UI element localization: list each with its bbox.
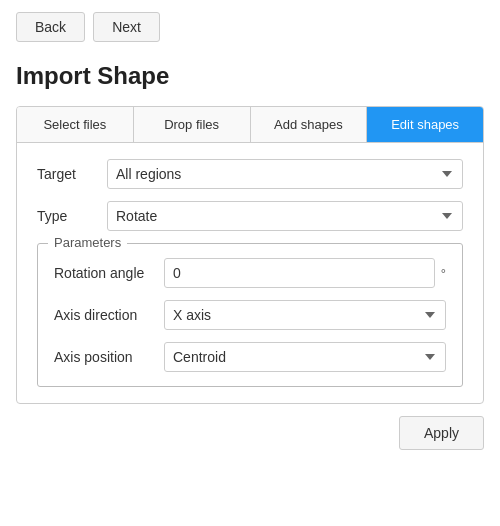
apply-row: Apply (0, 404, 500, 466)
parameters-legend: Parameters (48, 235, 127, 250)
tab-add-shapes[interactable]: Add shapes (251, 107, 368, 142)
tabs-row: Select files Drop files Add shapes Edit … (17, 107, 483, 143)
parameters-group: Parameters Rotation angle ° Axis directi… (37, 243, 463, 387)
rotation-angle-input[interactable] (164, 258, 435, 288)
axis-position-select[interactable]: Centroid Origin Custom (164, 342, 446, 372)
axis-position-row: Axis position Centroid Origin Custom (54, 342, 446, 372)
next-button[interactable]: Next (93, 12, 160, 42)
type-label: Type (37, 208, 107, 224)
tabs-container: Select files Drop files Add shapes Edit … (16, 106, 484, 404)
apply-button[interactable]: Apply (399, 416, 484, 450)
tab-select-files[interactable]: Select files (17, 107, 134, 142)
axis-position-label: Axis position (54, 349, 164, 365)
back-button[interactable]: Back (16, 12, 85, 42)
target-select[interactable]: All regions Selected regions None (107, 159, 463, 189)
tab-drop-files[interactable]: Drop files (134, 107, 251, 142)
rotation-angle-row: Rotation angle ° (54, 258, 446, 288)
target-row: Target All regions Selected regions None (37, 159, 463, 189)
rotation-angle-unit: ° (441, 266, 446, 281)
page-title: Import Shape (0, 54, 500, 106)
form-area: Target All regions Selected regions None… (17, 143, 483, 403)
axis-direction-row: Axis direction X axis Y axis Z axis (54, 300, 446, 330)
axis-direction-select[interactable]: X axis Y axis Z axis (164, 300, 446, 330)
tab-edit-shapes[interactable]: Edit shapes (367, 107, 483, 142)
target-label: Target (37, 166, 107, 182)
top-nav: Back Next (0, 0, 500, 54)
type-row: Type Rotate Translate Scale (37, 201, 463, 231)
axis-direction-label: Axis direction (54, 307, 164, 323)
type-select[interactable]: Rotate Translate Scale (107, 201, 463, 231)
rotation-angle-label: Rotation angle (54, 265, 164, 281)
